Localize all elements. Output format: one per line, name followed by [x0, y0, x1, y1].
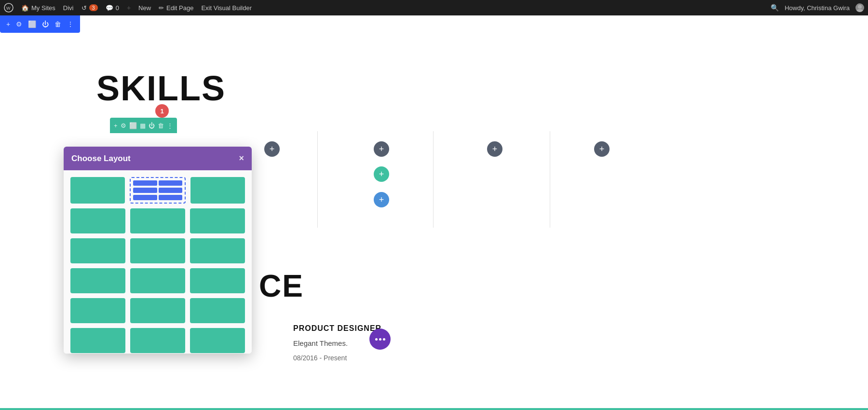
- job-title: PRODUCT DESIGNER: [293, 324, 381, 333]
- layout-option-1col[interactable]: [70, 177, 125, 204]
- layout-option-r5a[interactable]: [70, 298, 125, 323]
- add-column-button-6[interactable]: +: [594, 141, 610, 157]
- badge-1: 1: [155, 104, 169, 118]
- separator: +: [127, 4, 131, 12]
- skills-heading: SKILLS: [96, 68, 226, 108]
- layout-option-r3a[interactable]: [70, 238, 125, 263]
- settings-icon[interactable]: ⚙: [14, 19, 24, 29]
- module-toolbar: + ⚙ ⬜ ⏻ 🗑 ⋮: [0, 15, 80, 33]
- more-options-button[interactable]: [369, 328, 391, 350]
- new-link[interactable]: New: [138, 4, 151, 12]
- choose-layout-body: [64, 170, 252, 354]
- row-duplicate-icon[interactable]: ⬜: [129, 122, 137, 129]
- layout-row-1: [70, 177, 245, 204]
- company-name: Elegant Themes.: [293, 339, 348, 347]
- admin-bar-right: 🔍 Howdy, Christina Gwira: [771, 3, 864, 12]
- duplicate-icon[interactable]: ⬜: [27, 19, 38, 29]
- svg-text:W: W: [6, 6, 11, 11]
- exit-visual-builder-link[interactable]: Exit Visual Builder: [201, 4, 252, 12]
- home-icon: 🏠: [21, 4, 29, 12]
- layout-option-r4b[interactable]: [130, 268, 185, 293]
- choose-layout-popup: Choose Layout ×: [64, 147, 252, 354]
- add-module-blue-button[interactable]: +: [374, 192, 389, 207]
- my-sites-link[interactable]: 🏠 My Sites: [21, 4, 55, 12]
- add-module-teal-button[interactable]: +: [374, 166, 389, 182]
- add-module-icon[interactable]: +: [5, 19, 12, 29]
- comment-icon: 💬: [106, 4, 113, 12]
- more-icon[interactable]: ⋮: [66, 19, 75, 29]
- add-column-button-2[interactable]: +: [374, 141, 389, 157]
- disable-icon[interactable]: ⏻: [41, 19, 50, 29]
- layout-option-asymmetric-a[interactable]: [130, 208, 185, 233]
- choose-layout-header: Choose Layout ×: [64, 147, 252, 170]
- updates-link[interactable]: ↺ 3: [81, 4, 98, 12]
- layout-option-2col-selected[interactable]: [130, 177, 186, 204]
- layout-option-4col-a[interactable]: [70, 208, 125, 233]
- column-divider-1: [317, 131, 318, 228]
- layout-row-6: [70, 328, 245, 353]
- row-settings-icon[interactable]: ⚙: [121, 122, 126, 129]
- row-column-icon[interactable]: ▦: [140, 122, 146, 129]
- search-icon[interactable]: 🔍: [771, 4, 779, 12]
- layout-option-r6b[interactable]: [130, 328, 185, 353]
- avatar: [855, 3, 864, 12]
- add-row-icon[interactable]: +: [114, 122, 118, 129]
- layout-row-5: [70, 298, 245, 323]
- column-divider-2: [433, 131, 434, 228]
- date-range: 08/2016 - Present: [293, 354, 347, 362]
- delete-icon[interactable]: 🗑: [53, 19, 63, 29]
- bottom-bar: [0, 408, 868, 410]
- layout-option-3col[interactable]: [190, 177, 245, 204]
- close-icon[interactable]: ×: [239, 153, 244, 164]
- refresh-icon: ↺: [81, 4, 87, 12]
- layout-row-2: [70, 208, 245, 233]
- add-column-button-1[interactable]: +: [264, 141, 280, 157]
- layout-option-r6c[interactable]: [190, 328, 245, 353]
- wp-logo[interactable]: W: [4, 3, 14, 13]
- experience-heading: CE: [259, 268, 304, 304]
- layout-option-r5c[interactable]: [190, 298, 245, 323]
- row-more-icon[interactable]: ⋮: [167, 122, 173, 129]
- dot-menu-icon: [375, 338, 385, 341]
- pencil-icon: ✏: [159, 4, 164, 12]
- layout-option-r3c[interactable]: [190, 238, 245, 263]
- layout-row-3: [70, 238, 245, 263]
- layout-option-asymmetric-b[interactable]: [190, 208, 245, 233]
- divi-link[interactable]: Divi: [63, 4, 74, 12]
- layout-option-r6a[interactable]: [70, 328, 125, 353]
- edit-page-link[interactable]: ✏ Edit Page: [159, 4, 193, 12]
- svg-point-2: [858, 5, 862, 9]
- row-disable-icon[interactable]: ⏻: [149, 122, 155, 129]
- column-divider-3: [550, 131, 550, 228]
- layout-option-r4c[interactable]: [190, 268, 245, 293]
- row-toolbar: + ⚙ ⬜ ▦ ⏻ 🗑 ⋮: [110, 118, 177, 133]
- layout-option-r5b[interactable]: [130, 298, 185, 323]
- layout-row-4: [70, 268, 245, 293]
- layout-option-r4a[interactable]: [70, 268, 125, 293]
- row-delete-icon[interactable]: 🗑: [158, 122, 164, 129]
- svg-point-3: [856, 9, 863, 12]
- howdy-text: Howdy, Christina Gwira: [785, 4, 850, 12]
- add-column-button-5[interactable]: +: [487, 141, 502, 157]
- layout-option-r3b[interactable]: [130, 238, 185, 263]
- comments-link[interactable]: 💬 0: [106, 4, 119, 12]
- admin-bar: W 🏠 My Sites Divi ↺ 3 💬 0 + New ✏ Edit P…: [0, 0, 868, 15]
- page-area: + ⚙ ⬜ ⏻ 🗑 ⋮ SKILLS 1 + ⚙ ⬜ ▦ ⏻ 🗑 ⋮ 2 Cho…: [0, 15, 868, 410]
- choose-layout-title: Choose Layout: [71, 154, 131, 164]
